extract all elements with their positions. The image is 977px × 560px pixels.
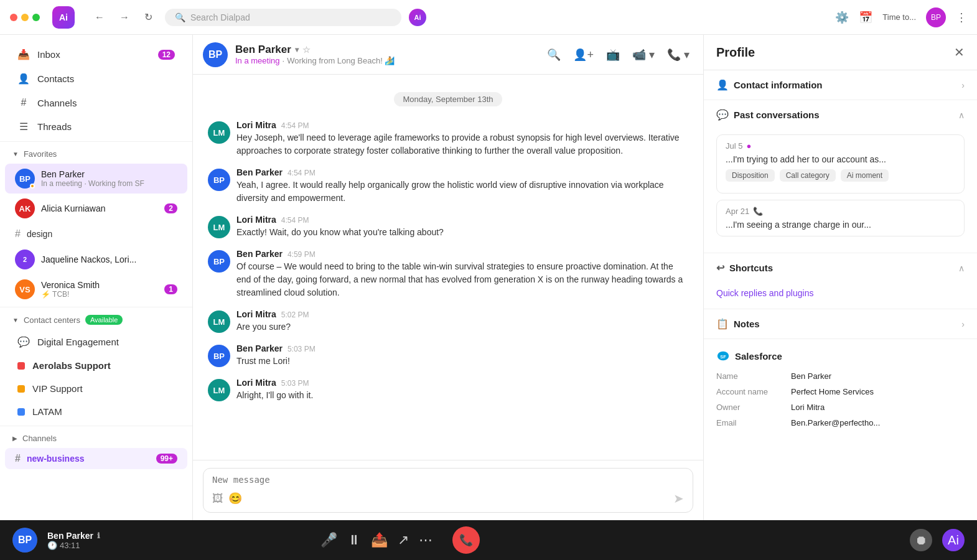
screen-share-button[interactable]: 📤 (371, 532, 388, 548)
message-4-header: Ben Parker 4:59 PM (236, 249, 688, 259)
forward-button[interactable]: → (115, 9, 134, 26)
nav-controls: ← → ↻ (90, 9, 157, 26)
back-button[interactable]: ← (90, 9, 110, 26)
time-7: 5:03 PM (281, 379, 309, 388)
sidebar-item-contacts[interactable]: 👤 Contacts (5, 67, 187, 91)
end-call-button[interactable]: 📞 (452, 526, 480, 554)
minimize-window-btn[interactable] (21, 14, 29, 21)
sidebar-item-threads[interactable]: ☰ Threads (5, 114, 187, 139)
favorites-section[interactable]: ▼ Favorites (0, 144, 192, 164)
channel-item-design[interactable]: # design (5, 223, 187, 245)
chat-contact-name: Ben Parker ▾ ☆ (235, 44, 536, 56)
search-bar[interactable]: 🔍 Search Dialpad (165, 9, 401, 26)
shortcuts-header[interactable]: ↩ Shortcuts ∧ (704, 253, 977, 282)
sf-owner-value: Lori Mitra (791, 403, 825, 412)
pause-button[interactable]: ⏸ (347, 532, 361, 548)
mute-button[interactable]: 🎤 (320, 532, 337, 548)
message-2-text: Yeah, I agree. It would really help orga… (236, 179, 688, 205)
search-chat-button[interactable]: 🔍 (543, 44, 564, 65)
message-2-header: Ben Parker 4:54 PM (236, 167, 688, 177)
attach-image-button[interactable]: 🖼 (212, 492, 223, 505)
video-button[interactable]: 📺 (602, 44, 624, 65)
user-avatar-top[interactable]: BP (926, 7, 946, 27)
notes-section: 📋 Notes › (704, 309, 977, 339)
sf-account-label: Account name (716, 387, 791, 396)
date-divider: Monday, September 13th (208, 92, 688, 106)
favorites-chevron: ▼ (12, 151, 19, 157)
cc-item-digital[interactable]: 💬 Digital Engagement (5, 330, 187, 354)
new-business-badge: 99+ (156, 454, 177, 464)
quick-replies-link[interactable]: Quick replies and plugins (716, 288, 813, 298)
time-5: 5:02 PM (281, 310, 309, 319)
send-button[interactable]: ➤ (673, 491, 684, 506)
message-4-text: Of course – We would need to bring to th… (236, 260, 688, 299)
sender-ben-3: Ben Parker (236, 343, 283, 353)
emoji-button[interactable]: 😊 (228, 492, 242, 505)
ai-assist-button[interactable]: Ai (942, 529, 965, 551)
cc-label: Contact centers (24, 315, 80, 325)
more-options-button[interactable]: ⋮ (956, 11, 967, 24)
lori-avatar-2: LM (208, 216, 230, 238)
window-controls (10, 14, 40, 21)
favorite-item-alicia[interactable]: AK Alicia Kurniawan 2 (5, 194, 187, 223)
more-call-options[interactable]: ⋯ (419, 532, 432, 548)
message-3-content: Lori Mitra 4:54 PM Exactly! Wait, do you… (236, 215, 688, 239)
message-1-text: Hey Joseph, we'll need to leverage agile… (236, 131, 688, 157)
close-window-btn[interactable] (10, 14, 17, 21)
time-6: 5:03 PM (287, 345, 316, 353)
channels-icon: # (17, 97, 30, 108)
chat-contact-info: Ben Parker ▾ ☆ In a meeting · Working fr… (235, 44, 536, 65)
channels-section-header[interactable]: ▶ Channels (0, 429, 192, 448)
chat-actions: 🔍 👤+ 📺 📹 ▾ 📞 ▾ (543, 44, 693, 65)
add-person-button[interactable]: 👤+ (569, 44, 597, 65)
status-separator: · (283, 56, 285, 65)
sidebar-item-inbox[interactable]: 📥 Inbox 12 (5, 42, 187, 67)
past-conv-icon-1: ● (746, 141, 751, 151)
sender-lori-3: Lori Mitra (236, 309, 276, 319)
notes-chevron: › (961, 319, 965, 329)
message-input[interactable] (212, 475, 684, 485)
contact-info-header[interactable]: 👤 Contact information › (704, 70, 977, 100)
call-right-actions: ⏺ Ai (910, 529, 965, 551)
main-layout: 📥 Inbox 12 👤 Contacts # Channels ☰ Threa… (0, 35, 977, 520)
sidebar-item-channels[interactable]: # Channels (5, 91, 187, 114)
transfer-button[interactable]: ↗ (398, 532, 409, 548)
cc-item-aerolabs[interactable]: Aerolabs Support (5, 354, 187, 377)
notes-header[interactable]: 📋 Notes › (704, 309, 977, 338)
record-button[interactable]: ⏺ (910, 529, 932, 551)
message-1-content: Lori Mitra 4:54 PM Hey Joseph, we'll nee… (236, 120, 688, 157)
chat-contact-avatar: BP (203, 42, 228, 67)
cc-item-vip[interactable]: VIP Support (5, 377, 187, 400)
group-name: Jaqueline Nackos, Lori... (41, 254, 177, 264)
message-5-text: Are you sure? (236, 320, 688, 334)
call-timer: 🕐 43:11 (47, 541, 100, 550)
chat-contact-status: In a meeting · Working from Long Beach! … (235, 56, 536, 65)
video-call-button[interactable]: 📹 ▾ (629, 44, 658, 65)
group-item-jaqueline[interactable]: 2 Jaqueline Nackos, Lori... (5, 245, 187, 274)
contact-centers-section[interactable]: ▼ Contact centers Available (0, 310, 192, 330)
call-name: Ben Parker ℹ (47, 531, 100, 541)
tag-ai-moment: Ai moment (841, 169, 889, 182)
messages-area: Monday, September 13th LM Lori Mitra 4:5… (193, 75, 703, 460)
message-group-4: BP Ben Parker 4:59 PM Of course – We wou… (208, 249, 688, 299)
latam-color-dot (17, 408, 25, 416)
message-3-text: Exactly! Wait, do you know what you're t… (236, 226, 688, 239)
cc-item-latam[interactable]: LATAM (5, 400, 187, 423)
past-conversations-header[interactable]: 💬 Past conversations ∧ (704, 100, 977, 129)
message-group-1: LM Lori Mitra 4:54 PM Hey Joseph, we'll … (208, 120, 688, 157)
message-group-5: LM Lori Mitra 5:02 PM Are you sure? (208, 309, 688, 334)
past-conversations-content: Jul 5 ● ...I'm trying to add her to our … (704, 129, 977, 253)
favorite-item-ben-parker[interactable]: BP Ben Parker In a meeting · Working fro… (5, 164, 187, 194)
maximize-window-btn[interactable] (32, 14, 40, 21)
refresh-button[interactable]: ↻ (139, 9, 157, 26)
settings-button[interactable]: ⚙️ (835, 11, 849, 24)
close-panel-button[interactable]: ✕ (954, 45, 965, 60)
call-button[interactable]: 📞 ▾ (663, 44, 693, 65)
calendar-button[interactable]: 📅 (859, 11, 872, 24)
salesforce-section: SF Salesforce Name Ben Parker Account na… (704, 339, 977, 444)
favorite-item-veronica[interactable]: VS Veronica Smith ⚡ TCB! 1 (5, 274, 187, 304)
channel-item-new-business[interactable]: # new-business 99+ (5, 448, 187, 469)
alicia-badge: 2 (164, 203, 177, 213)
ben-parker-avatar: BP (15, 169, 35, 189)
star-icon[interactable]: ☆ (302, 45, 311, 55)
